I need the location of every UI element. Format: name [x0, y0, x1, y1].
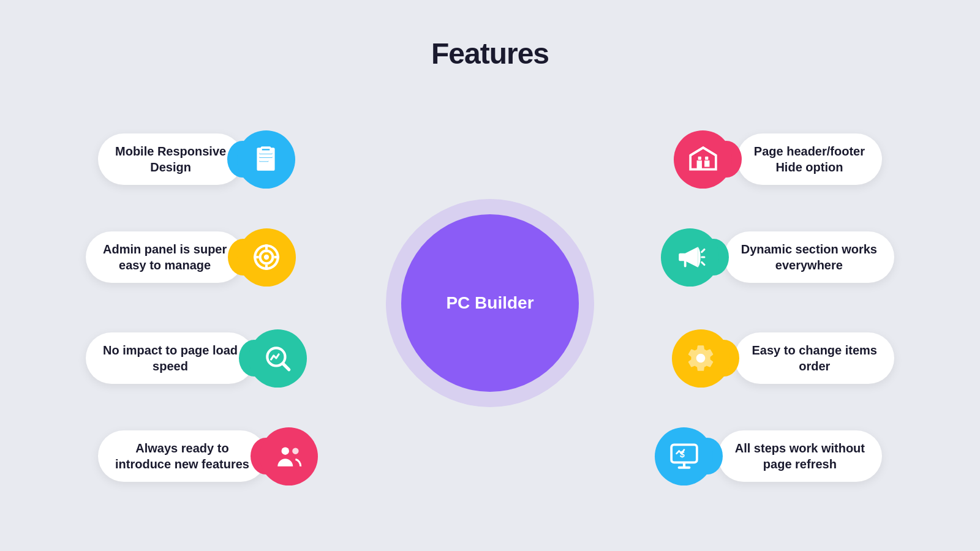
svg-point-15: [292, 448, 298, 454]
feature-speed: No impact to page loadspeed: [86, 324, 311, 392]
feature-admin: Admin panel is supereasy to manage: [86, 223, 300, 291]
center-circle-outer: PC Builder: [386, 199, 594, 407]
feature-order-icon-wrap: [667, 324, 734, 392]
feature-mobile-icon-wrap: [232, 126, 300, 193]
feature-header-label: Page header/footerHide option: [737, 133, 882, 185]
feature-always-icon-wrap: [255, 422, 323, 490]
mobile-icon-circle: [237, 130, 295, 189]
diagram-container: PC Builder Mobile ResponsiveDesign Admin…: [61, 95, 919, 511]
order-icon-circle: [672, 329, 730, 388]
speed-icon-circle: [249, 329, 307, 388]
header-icon-circle: [674, 130, 732, 189]
feature-header-icon-wrap: [669, 126, 737, 193]
feature-steps: All steps work withoutpage refresh $: [662, 422, 882, 490]
feature-speed-label: No impact to page loadspeed: [86, 332, 255, 384]
svg-rect-18: [698, 157, 701, 160]
svg-line-13: [283, 364, 288, 369]
svg-rect-19: [705, 157, 708, 160]
feature-mobile-label: Mobile ResponsiveDesign: [98, 133, 243, 185]
feature-order-label: Easy to change itemsorder: [734, 332, 894, 384]
feature-admin-label: Admin panel is supereasy to manage: [86, 231, 244, 283]
feature-steps-icon-wrap: $: [650, 422, 718, 490]
admin-icon-circle: [238, 228, 296, 287]
feature-dynamic-icon-wrap: [657, 223, 724, 291]
svg-point-14: [281, 447, 289, 455]
feature-always-label: Always ready tointroduce new features: [98, 430, 266, 482]
svg-point-11: [265, 249, 268, 252]
feature-speed-icon-wrap: [244, 324, 311, 392]
svg-line-21: [701, 250, 704, 252]
center-label: PC Builder: [446, 293, 533, 313]
svg-rect-3: [260, 163, 271, 165]
always-icon-circle: [260, 427, 318, 485]
center-circle-inner: PC Builder: [401, 214, 579, 392]
svg-rect-1: [260, 156, 273, 157]
feature-always: Always ready tointroduce new features: [98, 422, 323, 490]
feature-header: Page header/footerHide option: [680, 126, 882, 193]
svg-rect-0: [260, 152, 273, 154]
svg-point-6: [264, 255, 269, 260]
svg-rect-17: [704, 160, 709, 167]
svg-rect-2: [260, 160, 269, 162]
feature-steps-label: All steps work withoutpage refresh: [718, 430, 882, 482]
svg-line-23: [701, 262, 704, 264]
steps-icon-circle: $: [655, 427, 713, 485]
feature-mobile: Mobile ResponsiveDesign: [98, 126, 300, 193]
page-title: Features: [431, 37, 549, 70]
feature-admin-icon-wrap: [233, 223, 300, 291]
feature-order: Easy to change itemsorder: [678, 324, 894, 392]
feature-dynamic: Dynamic section workseverywhere: [668, 223, 894, 291]
feature-dynamic-label: Dynamic section workseverywhere: [724, 231, 894, 283]
dynamic-icon-circle: [661, 228, 719, 287]
svg-rect-16: [696, 160, 701, 170]
